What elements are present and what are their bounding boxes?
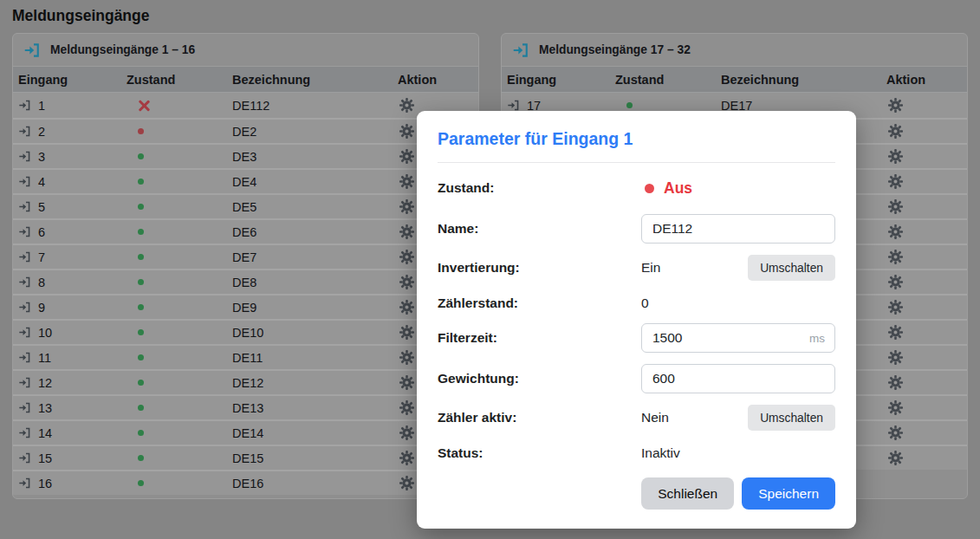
dialog-title: Parameter für Eingang 1	[438, 129, 835, 149]
modal-field-row: Invertierung: Ein Umschalten	[438, 255, 835, 281]
save-button[interactable]: Speichern	[742, 477, 835, 510]
gewichtung-input[interactable]	[641, 364, 835, 393]
field-value: Inaktiv	[641, 445, 835, 461]
invertierung-toggle-button[interactable]: Umschalten	[748, 255, 835, 281]
field-label: Status:	[438, 445, 641, 461]
field-value: 0	[641, 295, 835, 311]
modal-field-row: Zustand: Aus	[438, 177, 835, 199]
filterzeit-input[interactable]	[641, 323, 835, 353]
field-label: Zählerstand:	[438, 295, 641, 311]
parameter-dialog: Parameter für Eingang 1 Zustand: Aus Nam…	[417, 111, 856, 529]
field-label: Gewichtung:	[438, 371, 641, 386]
field-value: Ein	[641, 260, 660, 276]
dialog-footer: Schließen Speichern	[438, 477, 835, 510]
field-label: Zähler aktiv:	[438, 410, 641, 425]
modal-field-row: Zählerstand: 0	[438, 292, 835, 314]
dialog-fields: Zustand: Aus Name: Invertierung: Ein Ums…	[438, 177, 835, 464]
field-label: Invertierung:	[438, 260, 641, 276]
modal-field-row: Zähler aktiv: Nein Umschalten	[438, 405, 835, 431]
modal-field-row: Status: Inaktiv	[438, 442, 835, 464]
status-off-dot-icon	[645, 184, 654, 193]
modal-field-row: Filterzeit: ms	[438, 323, 835, 353]
field-value: Nein	[641, 410, 669, 425]
name-input[interactable]	[641, 214, 835, 244]
modal-field-row: Gewichtung:	[438, 364, 835, 393]
modal-field-row: Name:	[438, 214, 835, 244]
status-value: Aus	[664, 179, 692, 198]
field-label: Name:	[438, 221, 641, 237]
zaehler-aktiv-toggle-button[interactable]: Umschalten	[748, 405, 835, 431]
field-label: Filterzeit:	[438, 330, 641, 346]
divider	[438, 162, 835, 163]
field-label: Zustand:	[438, 180, 641, 196]
close-button[interactable]: Schließen	[641, 477, 734, 510]
field-value: Aus	[641, 179, 835, 198]
